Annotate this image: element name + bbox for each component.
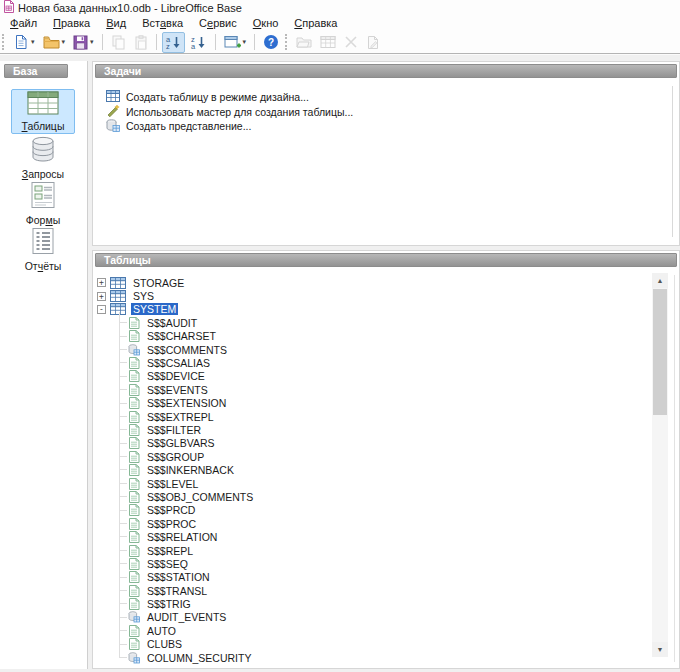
tree-item-s-group[interactable]: S$$GROUP bbox=[97, 450, 653, 463]
delete-object-button bbox=[341, 32, 361, 52]
tree-item-label: SYSTEM bbox=[131, 303, 178, 315]
table-icon bbox=[128, 585, 140, 597]
menu-edit[interactable]: Правка bbox=[45, 16, 98, 30]
scroll-down-icon[interactable]: ▼ bbox=[652, 642, 668, 657]
tree-item-s-glbvars[interactable]: S$$GLBVARS bbox=[97, 437, 653, 450]
dropdown-arrow-icon[interactable]: ▾ bbox=[62, 39, 66, 45]
table-icon bbox=[128, 424, 140, 436]
tree-item-s-filter[interactable]: S$$FILTER bbox=[97, 423, 653, 436]
expand-icon[interactable]: + bbox=[97, 292, 106, 301]
tree-item-auto[interactable]: AUTO bbox=[97, 624, 653, 637]
tree-item-system[interactable]: -SYSTEM bbox=[97, 303, 653, 316]
new-form-button[interactable]: ▾ bbox=[221, 32, 250, 53]
tree-item-s-station[interactable]: S$$STATION bbox=[97, 571, 653, 584]
tree-item-s-events[interactable]: S$$EVENTS bbox=[97, 383, 653, 396]
tree-item-s-obj-comments[interactable]: S$$OBJ_COMMENTS bbox=[97, 490, 653, 503]
tree-item-s-proc[interactable]: S$$PROC bbox=[97, 517, 653, 530]
tree-item-s-csalias[interactable]: S$$CSALIAS bbox=[97, 356, 653, 369]
new-button[interactable]: ▾ bbox=[10, 31, 38, 53]
tree-item-s-level[interactable]: S$$LEVEL bbox=[97, 477, 653, 490]
table-icon bbox=[128, 317, 140, 329]
sidebar-item-label: Формы bbox=[26, 214, 60, 226]
menu-insert[interactable]: Вставка bbox=[134, 16, 191, 30]
wizard-icon bbox=[106, 104, 120, 119]
scroll-up-icon[interactable]: ▲ bbox=[652, 273, 668, 288]
tree-item-label: S$$RELATION bbox=[145, 531, 219, 543]
menu-tools[interactable]: Сервис bbox=[191, 16, 245, 30]
sidebar-item-label: Запросы bbox=[22, 168, 64, 180]
dropdown-arrow-icon[interactable]: ▾ bbox=[243, 39, 247, 45]
save-button[interactable]: ▾ bbox=[70, 32, 97, 53]
table-icon bbox=[128, 625, 140, 637]
tree-item-s-comments[interactable]: S$$COMMENTS bbox=[97, 343, 653, 356]
toolbar-grip bbox=[2, 34, 7, 50]
collapse-icon[interactable]: - bbox=[97, 305, 106, 314]
tree-item-label: S$$INKERNBACK bbox=[145, 464, 236, 476]
sidebar-item-queries[interactable]: Запросы bbox=[11, 135, 75, 180]
table-icon bbox=[128, 357, 140, 369]
edit-table-icon bbox=[320, 35, 336, 49]
table-group-icon bbox=[110, 277, 126, 289]
tree-item-label: S$$PROC bbox=[145, 518, 198, 530]
tree-item-s-device[interactable]: S$$DEVICE bbox=[97, 370, 653, 383]
tree-item-label: S$$EXTREPL bbox=[145, 411, 216, 423]
dropdown-arrow-icon[interactable]: ▾ bbox=[90, 39, 94, 45]
tree-item-label: CLUBS bbox=[145, 638, 184, 650]
tree-item-storage[interactable]: +STORAGE bbox=[97, 276, 653, 289]
new-document-icon bbox=[13, 34, 29, 50]
dropdown-arrow-icon[interactable]: ▾ bbox=[31, 39, 35, 45]
table-group-icon bbox=[110, 290, 126, 302]
paste-button bbox=[131, 32, 151, 53]
tree-item-s-extrepl[interactable]: S$$EXTREPL bbox=[97, 410, 653, 423]
tree-item-s-relation[interactable]: S$$RELATION bbox=[97, 530, 653, 543]
toolbar-separator bbox=[215, 34, 216, 50]
menu-file[interactable]: Файл bbox=[2, 16, 45, 30]
tree-item-s-inkernback[interactable]: S$$INKERNBACK bbox=[97, 463, 653, 476]
sidebar-item-tables[interactable]: Таблицы bbox=[11, 89, 75, 134]
task-create-table-wizard[interactable]: Использовать мастер для создания таблицы… bbox=[106, 105, 679, 120]
table-icon bbox=[128, 451, 140, 463]
open-button[interactable]: ▾ bbox=[40, 32, 69, 53]
task-label: Создать таблицу в режиме дизайна... bbox=[126, 91, 309, 103]
svg-text:z: z bbox=[166, 42, 170, 50]
tree-item-audit-events[interactable]: AUDIT_EVENTS bbox=[97, 611, 653, 624]
tree-item-s-charset[interactable]: S$$CHARSET bbox=[97, 330, 653, 343]
paste-icon bbox=[134, 35, 148, 50]
tasks-description-splitter bbox=[672, 86, 673, 237]
sidebar-item-forms[interactable]: Формы bbox=[11, 181, 75, 226]
tree-item-s-audit[interactable]: S$$AUDIT bbox=[97, 316, 653, 329]
tree-item-s-seq[interactable]: S$$SEQ bbox=[97, 557, 653, 570]
help-button[interactable]: ? bbox=[260, 31, 282, 53]
menu-window[interactable]: Окно bbox=[245, 16, 287, 30]
menu-view[interactable]: Вид bbox=[98, 16, 134, 30]
task-create-table-design[interactable]: Создать таблицу в режиме дизайна... bbox=[106, 90, 679, 105]
tree-guide-line bbox=[119, 312, 120, 657]
tree-item-s-extension[interactable]: S$$EXTENSION bbox=[97, 397, 653, 410]
expand-icon[interactable]: + bbox=[97, 278, 106, 287]
tree-item-label: S$$CSALIAS bbox=[145, 357, 212, 369]
tree-item-sys[interactable]: +SYS bbox=[97, 289, 653, 302]
tree-item-s-trig[interactable]: S$$TRIG bbox=[97, 597, 653, 610]
sidebar-item-label: Отчёты bbox=[25, 260, 62, 272]
sort-descending-button[interactable]: za bbox=[187, 32, 210, 53]
tree-item-label: S$$LEVEL bbox=[145, 478, 200, 490]
tree-item-label: S$$DEVICE bbox=[145, 370, 207, 382]
sidebar-item-reports[interactable]: Отчёты bbox=[11, 227, 75, 272]
copy-button bbox=[108, 32, 129, 53]
tables-header: Таблицы bbox=[95, 253, 677, 267]
table-icon bbox=[128, 397, 140, 409]
table-design-icon bbox=[106, 90, 120, 104]
task-create-view[interactable]: Создать представление... bbox=[106, 119, 679, 134]
menu-bar: ФайлПравкаВидВставкаСервисОкноСправка bbox=[0, 15, 680, 31]
tree-item-s-repl[interactable]: S$$REPL bbox=[97, 544, 653, 557]
tree-item-s-transl[interactable]: S$$TRANSL bbox=[97, 584, 653, 597]
tables-scrollbar[interactable]: ▲ ▼ bbox=[652, 273, 668, 657]
tree-item-s-prcd[interactable]: S$$PRCD bbox=[97, 504, 653, 517]
tree-item-clubs[interactable]: CLUBS bbox=[97, 638, 653, 651]
tables-pane-edge bbox=[674, 275, 675, 662]
edit-object-button bbox=[317, 32, 339, 52]
tree-item-column-security[interactable]: COLUMN_SECURITY bbox=[97, 651, 653, 664]
menu-help[interactable]: Справка bbox=[286, 16, 345, 30]
sort-ascending-button[interactable]: az bbox=[162, 32, 185, 53]
scrollbar-thumb[interactable] bbox=[653, 289, 667, 415]
